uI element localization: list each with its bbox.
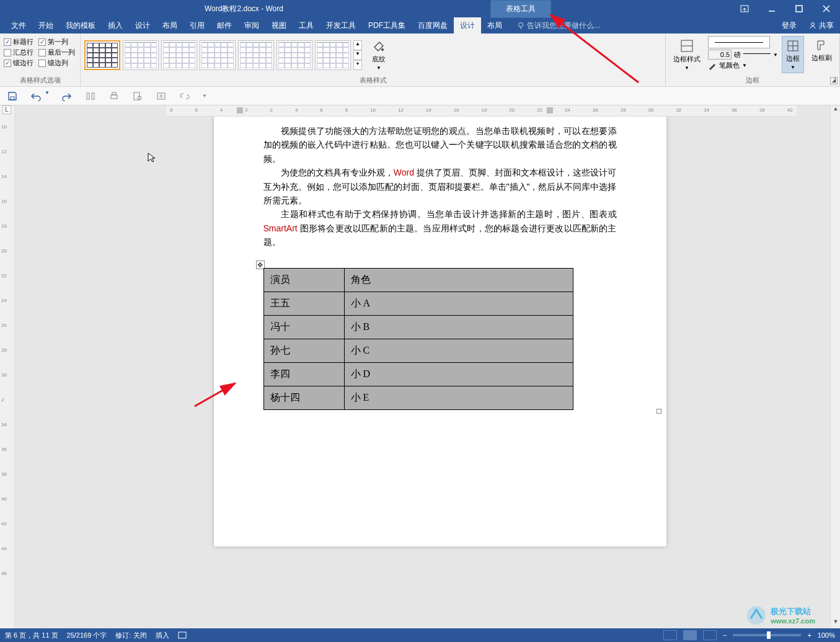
scroll-down-button[interactable]: ▼ <box>831 618 840 628</box>
table-style-2[interactable] <box>123 40 159 70</box>
table-style-4[interactable] <box>200 40 236 70</box>
table-cell[interactable]: 小 B <box>344 315 573 339</box>
ribbon-tab-9[interactable]: 视图 <box>265 17 293 33</box>
collapse-ribbon-button[interactable]: ˇ <box>834 77 836 84</box>
ribbon-tab-3[interactable]: 插入 <box>102 17 129 33</box>
gallery-more[interactable]: ▾ <box>353 60 362 70</box>
zoom-out-button[interactable]: − <box>723 631 727 639</box>
table-row[interactable]: 杨十四小 E <box>263 386 573 409</box>
status-page[interactable]: 第 6 页，共 11 页 <box>5 631 58 640</box>
qat-customize-dropdown[interactable]: ▼ <box>202 93 207 99</box>
table-header-cell[interactable]: 演员 <box>263 268 344 292</box>
table-row[interactable]: 李四小 D <box>263 362 573 386</box>
tab-selector[interactable]: L <box>2 105 11 114</box>
table-tools-context-tab[interactable]: 表格工具 <box>490 0 551 18</box>
ribbon-tab-15[interactable]: 布局 <box>481 17 508 33</box>
border-painter-button[interactable]: 边框刷 <box>808 36 836 65</box>
zoom-in-button[interactable]: + <box>807 631 811 639</box>
table-row[interactable]: 冯十小 B <box>263 315 573 339</box>
ribbon-tab-13[interactable]: 百度网盘 <box>412 17 454 33</box>
maximize-button[interactable] <box>785 0 813 17</box>
border-styles-button[interactable]: 边框样式 ▼ <box>670 36 704 73</box>
ribbon-tab-11[interactable]: 开发工具 <box>320 17 362 33</box>
horizontal-ruler[interactable]: 8642246810121416182022242628303234363840 <box>166 105 797 117</box>
right-margin-marker[interactable] <box>547 107 553 114</box>
ribbon-tab-0[interactable]: 文件 <box>5 17 32 33</box>
gallery-scroll-down[interactable]: ▼ <box>353 50 362 60</box>
table-style-6[interactable] <box>276 40 312 70</box>
vertical-scrollbar[interactable]: ▲ ▼ <box>830 105 840 628</box>
table-style-3[interactable] <box>161 40 197 70</box>
table-cell[interactable]: 王五 <box>263 292 344 315</box>
gallery-scroll-up[interactable]: ▲ <box>353 40 362 50</box>
table-cell[interactable]: 冯十 <box>263 315 344 339</box>
table-cell[interactable]: 小 A <box>344 292 573 315</box>
table-header-cell[interactable]: 角色 <box>344 268 573 292</box>
table-style-1[interactable] <box>84 40 120 70</box>
status-revision[interactable]: 修订: 关闭 <box>115 631 146 640</box>
ribbon-tab-12[interactable]: PDF工具集 <box>362 17 412 33</box>
status-mode[interactable]: 插入 <box>156 631 169 640</box>
ribbon-tab-10[interactable]: 工具 <box>293 17 320 33</box>
undo-button[interactable] <box>30 90 42 102</box>
table-style-5[interactable] <box>238 40 274 70</box>
left-margin-marker[interactable] <box>237 107 243 114</box>
login-button[interactable]: 登录 <box>776 20 803 31</box>
zoom-slider[interactable] <box>733 634 801 636</box>
pen-color-button[interactable]: 笔颜色 ▼ <box>708 61 778 70</box>
border-line-style[interactable] <box>708 36 770 48</box>
ribbon-tab-1[interactable]: 开始 <box>32 17 60 33</box>
table-style-7[interactable] <box>315 40 351 70</box>
minimize-button[interactable] <box>758 0 785 17</box>
save-button[interactable] <box>6 90 19 102</box>
table-cell[interactable]: 小 E <box>344 386 573 409</box>
smartart-brand-text: SmartArt <box>263 223 298 233</box>
share-button[interactable]: 共享 <box>803 20 840 31</box>
undo-dropdown[interactable]: ▼ <box>45 90 50 102</box>
ribbon-tab-14[interactable]: 设计 <box>454 17 481 33</box>
tell-me-search[interactable]: 告诉我您想要做什么... <box>513 20 604 31</box>
table-row[interactable]: 王五小 A <box>263 292 573 315</box>
pen-width-input[interactable]: 0.5 <box>708 50 732 60</box>
redo-button[interactable] <box>61 90 73 102</box>
view-read-mode[interactable] <box>663 630 677 640</box>
qat-btn-8[interactable] <box>179 90 191 102</box>
table-cell[interactable]: 小 D <box>344 362 573 386</box>
svg-rect-22 <box>157 93 165 99</box>
last-col-checkbox[interactable]: 最后一列 <box>38 48 76 57</box>
zoom-level[interactable]: 100% <box>818 631 835 639</box>
table-cell[interactable]: 孙七 <box>263 339 344 362</box>
scroll-up-button[interactable]: ▲ <box>831 105 840 115</box>
qat-btn-6[interactable] <box>131 90 144 102</box>
header-row-checkbox[interactable]: ✓标题行 <box>4 37 35 47</box>
banded-row-checkbox[interactable]: ✓镶边行 <box>4 58 35 68</box>
first-col-checkbox[interactable]: ✓第一列 <box>38 37 76 47</box>
table-cell[interactable]: 李四 <box>263 362 344 386</box>
qat-btn-7[interactable] <box>155 90 167 102</box>
total-row-checkbox[interactable]: 汇总行 <box>4 48 35 57</box>
chevron-down-icon[interactable]: ▼ <box>773 52 778 58</box>
ribbon-tab-4[interactable]: 设计 <box>129 17 156 33</box>
view-print-layout[interactable] <box>683 630 697 640</box>
table-cell[interactable]: 小 C <box>344 339 573 362</box>
qat-btn-4[interactable] <box>84 90 97 102</box>
table-row[interactable]: 孙七小 C <box>263 339 573 362</box>
ribbon-tab-2[interactable]: 我的模板 <box>60 17 102 33</box>
vertical-ruler[interactable]: L 1012141618202224262830234363840424446 <box>0 105 15 628</box>
qat-btn-5[interactable] <box>108 90 120 102</box>
ribbon-tab-5[interactable]: 布局 <box>156 17 183 33</box>
view-web-layout[interactable] <box>703 630 717 640</box>
ribbon-tab-7[interactable]: 邮件 <box>211 17 238 33</box>
ribbon-display-options[interactable] <box>731 0 758 17</box>
banded-col-checkbox[interactable]: 镶边列 <box>38 58 76 68</box>
table-resize-handle[interactable] <box>657 409 661 414</box>
document-table[interactable]: 演员角色王五小 A冯十小 B孙七小 C李四小 D杨十四小 E <box>263 268 573 410</box>
shading-button[interactable]: 底纹 ▼ <box>368 37 389 73</box>
ribbon-tab-8[interactable]: 审阅 <box>238 17 265 33</box>
ribbon-tab-6[interactable]: 引用 <box>183 17 211 33</box>
status-macro-icon[interactable] <box>178 631 187 639</box>
borders-button[interactable]: 边框 ▼ <box>782 36 804 73</box>
status-words[interactable]: 25/2169 个字 <box>67 631 107 640</box>
close-button[interactable] <box>813 0 840 17</box>
table-cell[interactable]: 杨十四 <box>263 386 344 409</box>
